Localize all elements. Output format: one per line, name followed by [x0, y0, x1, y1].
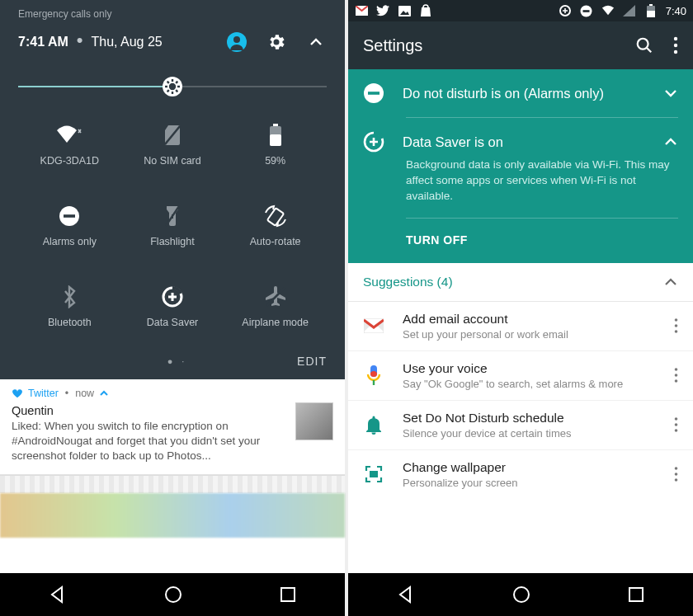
- datasaver-status-icon: [559, 4, 572, 17]
- suggestion-title: Change wallpaper: [403, 460, 656, 475]
- more-icon[interactable]: [674, 417, 678, 432]
- turn-off-button[interactable]: TURN OFF: [348, 219, 693, 263]
- chevron-up-icon[interactable]: [663, 275, 678, 289]
- tile-wifi[interactable]: KDG-3DA1D: [18, 124, 121, 167]
- svg-point-51: [675, 417, 678, 421]
- wifi-icon: [55, 124, 83, 147]
- svg-point-43: [675, 324, 678, 327]
- svg-point-37: [674, 50, 677, 54]
- suggestion-dnd[interactable]: Set Do Not Disturb schedule Silence your…: [348, 401, 693, 450]
- bluetooth-icon: [62, 285, 77, 308]
- notification-sender: Quentin: [12, 404, 287, 417]
- svg-rect-32: [647, 11, 655, 17]
- tile-datasaver[interactable]: Data Saver: [121, 285, 224, 328]
- dnd-card-label: Do not disturb is on (Alarms only): [403, 86, 645, 101]
- svg-rect-24: [281, 588, 295, 601]
- flashlight-icon: [165, 205, 180, 228]
- suggestion-wallpaper[interactable]: Change wallpaper Personalize your screen: [348, 450, 693, 499]
- datasaver-card-desc: Background data is only available via Wi…: [348, 158, 693, 209]
- suggestion-sub: Silence your device at certain times: [403, 427, 656, 440]
- home-icon[interactable]: [511, 584, 532, 605]
- tile-rotate[interactable]: Auto-rotate: [224, 205, 327, 247]
- nav-bar-left: [0, 573, 345, 616]
- svg-rect-29: [583, 10, 590, 12]
- svg-line-8: [167, 82, 169, 83]
- svg-point-58: [514, 587, 529, 602]
- svg-rect-15: [270, 134, 281, 146]
- gear-icon[interactable]: [266, 31, 287, 53]
- tiles-grid: KDG-3DA1D No SIM card 59%: [18, 119, 327, 351]
- brightness-slider[interactable]: [18, 76, 327, 97]
- more-icon[interactable]: [673, 36, 678, 54]
- suggestions-label: Suggestions (4): [363, 275, 453, 289]
- recents-icon[interactable]: [626, 585, 646, 604]
- gmail-status-icon: [355, 4, 368, 17]
- suggestion-email[interactable]: Add email account Set up your personal o…: [348, 302, 693, 351]
- store-status-icon: [419, 4, 432, 17]
- gmail-icon: [363, 318, 384, 333]
- dnd-icon: [59, 205, 80, 228]
- chevron-up-icon[interactable]: [99, 388, 109, 398]
- tile-battery-label: 59%: [265, 155, 285, 167]
- airplane-icon: [264, 285, 287, 308]
- phone-right: 7:40 Settings Do not disturb is on (Alar…: [348, 0, 693, 616]
- status-bar-right: 7:40: [348, 0, 693, 21]
- tile-airplane[interactable]: Airplane mode: [224, 285, 327, 328]
- tile-flashlight[interactable]: Flashlight: [121, 205, 224, 247]
- chevron-up-icon[interactable]: [305, 31, 327, 53]
- no-sim-icon: [163, 124, 182, 147]
- tile-bluetooth[interactable]: Bluetooth: [18, 285, 121, 328]
- notification-app: Twitter: [28, 388, 59, 399]
- signal-status-icon: [623, 4, 636, 17]
- home-icon[interactable]: [163, 584, 184, 605]
- suggestion-sub: Personalize your screen: [403, 477, 656, 489]
- tile-dnd[interactable]: Alarms only: [18, 205, 121, 247]
- search-icon[interactable]: [635, 36, 653, 54]
- back-icon[interactable]: [47, 584, 68, 605]
- tile-rotate-label: Auto-rotate: [250, 236, 301, 247]
- recents-icon[interactable]: [278, 585, 298, 604]
- notification-body: Liked: When you switch to file encryptio…: [12, 419, 287, 464]
- suggestions-header[interactable]: Suggestions (4): [348, 263, 693, 302]
- svg-rect-54: [370, 471, 378, 477]
- tile-airplane-label: Airplane mode: [242, 317, 309, 328]
- heart-icon: [12, 388, 23, 399]
- brightness-icon[interactable]: [162, 76, 183, 97]
- notification-time: now: [75, 388, 94, 399]
- tile-wifi-label: KDG-3DA1D: [40, 155, 100, 167]
- suggestion-sub: Set up your personal or work email: [403, 328, 656, 341]
- more-icon[interactable]: [674, 318, 678, 333]
- tile-bluetooth-label: Bluetooth: [48, 317, 92, 328]
- svg-line-34: [647, 48, 652, 53]
- user-icon[interactable]: [226, 31, 248, 53]
- svg-line-11: [176, 90, 177, 92]
- svg-point-56: [675, 473, 678, 476]
- suggestion-sub: Say "Ok Google" to search, set alarms & …: [403, 378, 656, 390]
- svg-point-36: [674, 44, 677, 47]
- tile-battery[interactable]: 59%: [224, 124, 327, 167]
- tile-sim[interactable]: No SIM card: [121, 124, 224, 167]
- rotate-icon: [263, 205, 288, 228]
- more-icon[interactable]: [674, 467, 678, 482]
- more-icon[interactable]: [674, 368, 678, 383]
- dnd-card[interactable]: Do not disturb is on (Alarms only): [348, 69, 693, 117]
- chevron-down-icon[interactable]: [663, 86, 678, 101]
- settings-appbar: Settings: [348, 21, 693, 69]
- svg-point-33: [638, 39, 648, 49]
- notification-card[interactable]: Twitter • now Quentin Liked: When you sw…: [0, 379, 345, 475]
- suggestion-voice[interactable]: Use your voice Say "Ok Google" to search…: [348, 351, 693, 401]
- tile-flashlight-label: Flashlight: [150, 236, 195, 247]
- pager-dots[interactable]: ● ·: [58, 356, 297, 366]
- clock-row: 7:41 AM • Thu, Aug 25: [18, 23, 327, 64]
- chevron-up-icon[interactable]: [663, 134, 678, 149]
- tile-dnd-label: Alarms only: [43, 236, 97, 247]
- time-label: 7:41 AM: [18, 35, 68, 49]
- datasaver-card[interactable]: Data Saver is on: [348, 118, 693, 158]
- edit-button[interactable]: EDIT: [297, 355, 327, 368]
- status-time: 7:40: [666, 5, 686, 17]
- settings-title: Settings: [363, 36, 422, 55]
- minus-circle-icon: [363, 82, 384, 104]
- back-icon[interactable]: [395, 584, 417, 605]
- pager-row: ● · EDIT: [18, 351, 327, 379]
- twitter-status-icon: [376, 4, 389, 17]
